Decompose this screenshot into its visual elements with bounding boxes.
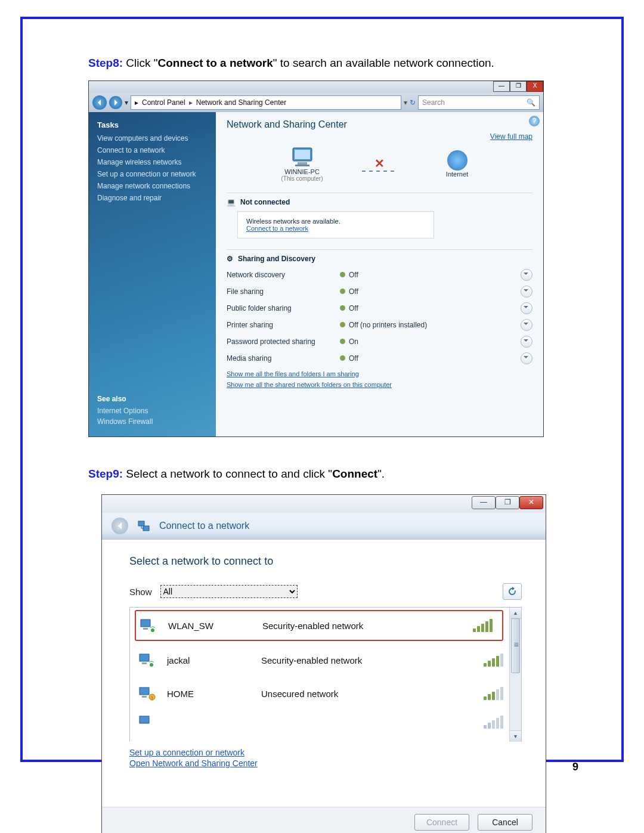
expand-button[interactable] (521, 319, 532, 331)
computer-icon (290, 147, 314, 168)
maximize-button[interactable]: ❐ (510, 81, 527, 92)
svg-point-8 (151, 628, 154, 632)
page-title: Network and Sharing Center (227, 119, 532, 130)
expand-button[interactable] (521, 336, 532, 348)
breadcrumb-network-sharing[interactable]: Network and Sharing Center (196, 98, 286, 107)
forward-button[interactable] (109, 96, 122, 109)
dialog-header: Connect to a network (102, 513, 546, 540)
breadcrumb[interactable]: ▸ Control Panel ▸ Network and Sharing Ce… (131, 95, 401, 110)
scroll-up-button[interactable]: ▴ (510, 608, 521, 619)
dialog-footer: Connect Cancel (102, 807, 546, 833)
see-also-heading: See also (97, 395, 153, 403)
minimize-button[interactable]: — (472, 496, 496, 509)
svg-rect-2 (298, 162, 307, 165)
svg-rect-12 (140, 688, 149, 695)
network-list: ▴ ≡ ▾ WLAN_SW Security-enabled network (129, 607, 522, 742)
task-manage-wireless[interactable]: Manage wireless networks (97, 158, 209, 166)
network-row-partial[interactable] (130, 710, 521, 734)
dialog-title: Connect to a network (159, 521, 249, 531)
row-printer-sharing: Printer sharing Off (no printers install… (227, 317, 532, 333)
step9-label: Step9: (88, 467, 123, 480)
globe-icon (447, 150, 467, 171)
task-manage-connections[interactable]: Manage network connections (97, 182, 209, 190)
map-disconnected-icon: ✕ (374, 156, 385, 171)
connect-to-network-link[interactable]: Connect to a network (246, 225, 308, 232)
close-button[interactable]: X (527, 81, 543, 92)
task-connect-network[interactable]: Connect to a network (97, 146, 209, 154)
signal-strength-icon (473, 619, 493, 632)
svg-rect-3 (295, 165, 309, 166)
row-media-sharing: Media sharing Off (227, 350, 532, 367)
close-button[interactable]: ✕ (519, 496, 543, 509)
refresh-icon (507, 587, 517, 596)
address-bar-row: ▾ ▸ Control Panel ▸ Network and Sharing … (89, 93, 543, 112)
signal-strength-icon (484, 716, 503, 729)
back-button[interactable] (112, 518, 128, 534)
svg-rect-4 (138, 521, 144, 526)
sharing-icon: ⚙ (227, 255, 233, 263)
minimize-button[interactable]: — (493, 81, 510, 92)
step9-text: Step9: Select a network to connect to an… (88, 466, 562, 483)
svg-rect-10 (142, 662, 147, 664)
show-me-files-link[interactable]: Show me all the files and folders I am s… (227, 370, 532, 377)
map-this-pc: WINNIE-PC (This computer) (267, 147, 338, 182)
wifi-network-icon (140, 617, 157, 634)
network-map: WINNIE-PC (This computer) ✕ Internet (227, 147, 532, 182)
row-public-folder: Public folder sharing Off (227, 300, 532, 317)
wifi-network-icon (138, 714, 156, 730)
view-full-map-link[interactable]: View full map (490, 132, 532, 141)
status-dot-icon (340, 322, 345, 327)
refresh-button[interactable] (503, 583, 522, 600)
network-icon (138, 520, 150, 532)
signal-strength-icon (484, 654, 503, 667)
expand-button[interactable] (521, 352, 532, 364)
setup-connection-link[interactable]: Set up a connection or network (129, 748, 522, 757)
breadcrumb-control-panel[interactable]: Control Panel (142, 98, 185, 107)
status-dot-icon (340, 289, 345, 294)
show-me-folders-link[interactable]: Show me all the shared network folders o… (227, 381, 532, 388)
svg-point-11 (150, 663, 153, 667)
task-setup-connection[interactable]: Set up a connection or network (97, 170, 209, 178)
network-row[interactable]: jackal Security-enabled network (130, 643, 521, 677)
see-also-internet-options[interactable]: Internet Options (97, 407, 153, 415)
network-row[interactable]: ! HOME Unsecured network (130, 677, 521, 710)
signal-strength-icon (484, 687, 503, 700)
show-label: Show (129, 587, 152, 597)
row-password-sharing: Password protected sharing On (227, 333, 532, 350)
show-dropdown[interactable]: All (160, 585, 298, 598)
expand-button[interactable] (521, 302, 532, 314)
task-diagnose[interactable]: Diagnose and repair (97, 194, 209, 202)
svg-rect-9 (140, 654, 149, 661)
search-input[interactable]: Search 🔍 (418, 95, 540, 110)
wifi-network-icon (138, 652, 156, 668)
step8-label: Step8: (88, 57, 123, 69)
not-connected-section: 💻Not connected Wireless networks are ava… (227, 193, 532, 239)
window-title-bar: — ❐ X (89, 81, 543, 93)
step8-text: Step8: Click "Connect to a network" to s… (88, 55, 562, 72)
maximize-button[interactable]: ❐ (496, 496, 519, 509)
svg-text:!: ! (151, 695, 153, 701)
status-dot-icon (340, 272, 345, 277)
svg-rect-6 (141, 620, 150, 627)
map-line (362, 171, 398, 172)
row-network-discovery: Network discovery Off (227, 267, 532, 283)
svg-rect-7 (143, 628, 148, 630)
task-view-computers[interactable]: View computers and devices (97, 134, 209, 143)
status-dot-icon (340, 339, 345, 344)
expand-button[interactable] (521, 286, 532, 298)
screenshot-network-sharing-center: — ❐ X ▾ ▸ Control Panel ▸ Network and Sh… (88, 80, 544, 437)
cancel-button[interactable]: Cancel (478, 814, 532, 831)
svg-rect-5 (143, 526, 149, 531)
dialog-heading: Select a network to connect to (129, 555, 522, 568)
help-icon[interactable]: ? (529, 116, 540, 126)
screenshot-connect-to-network: — ❐ ✕ Connect to a network Select a netw… (101, 494, 546, 833)
window-title-bar: — ❐ ✕ (102, 495, 546, 513)
back-button[interactable] (92, 95, 107, 110)
bottom-links: Set up a connection or network Open Netw… (129, 748, 522, 768)
connect-button[interactable]: Connect (414, 814, 469, 831)
svg-rect-16 (140, 716, 149, 723)
network-row-selected[interactable]: WLAN_SW Security-enabled network (135, 610, 503, 641)
expand-button[interactable] (521, 269, 532, 281)
see-also-windows-firewall[interactable]: Windows Firewall (97, 417, 153, 426)
open-network-center-link[interactable]: Open Network and Sharing Center (129, 758, 522, 768)
